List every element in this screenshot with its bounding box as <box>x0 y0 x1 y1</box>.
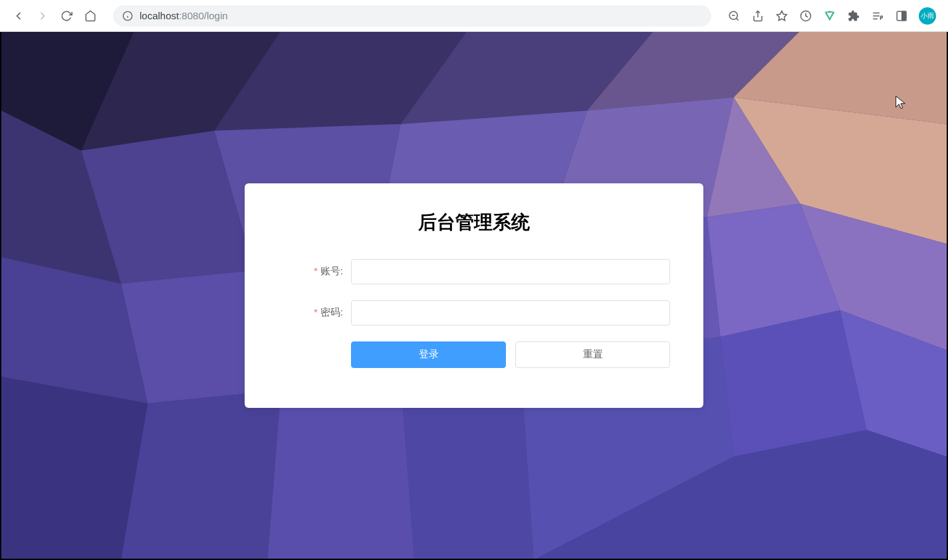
reload-button[interactable] <box>60 9 73 23</box>
site-info-icon[interactable] <box>122 11 133 21</box>
extensions-icon[interactable] <box>847 9 860 23</box>
bookmark-star-icon[interactable] <box>775 9 788 23</box>
zoom-out-icon[interactable] <box>727 9 741 23</box>
profile-avatar[interactable]: 小雨 <box>919 7 936 25</box>
url-path: /login <box>204 10 228 21</box>
vue-devtools-icon[interactable] <box>823 9 836 23</box>
login-card: 后台管理系统 *账号: *密码: 登录 重置 <box>245 183 703 408</box>
password-input[interactable] <box>351 300 670 326</box>
required-mark: * <box>314 306 318 318</box>
browser-toolbar: localhost:8080/login 小雨 <box>0 0 948 32</box>
avatar-label: 小雨 <box>921 11 934 21</box>
share-icon[interactable] <box>751 9 765 23</box>
address-bar[interactable]: localhost:8080/login <box>113 5 711 27</box>
url-host: localhost <box>140 10 179 21</box>
forward-button[interactable] <box>36 9 49 23</box>
button-row: 登录 重置 <box>278 341 670 368</box>
home-button[interactable] <box>84 9 97 23</box>
svg-marker-37 <box>1 377 148 559</box>
svg-line-4 <box>736 18 738 20</box>
url-port: :8080 <box>179 10 204 21</box>
url-text: localhost:8080/login <box>140 10 702 21</box>
required-mark: * <box>314 265 318 276</box>
panel-icon[interactable] <box>895 9 908 23</box>
playlist-icon[interactable] <box>871 9 884 23</box>
password-row: *密码: <box>278 300 670 326</box>
back-button[interactable] <box>12 9 25 23</box>
username-row: *账号: <box>278 259 670 284</box>
clock-icon[interactable] <box>799 9 812 23</box>
password-label: *密码: <box>278 306 351 319</box>
page-content: 后台管理系统 *账号: *密码: 登录 重置 <box>0 32 948 560</box>
login-button[interactable]: 登录 <box>351 341 506 368</box>
login-title: 后台管理系统 <box>278 210 670 235</box>
username-label: *账号: <box>278 265 351 278</box>
username-input[interactable] <box>351 259 670 284</box>
svg-marker-7 <box>777 11 787 20</box>
svg-rect-13 <box>902 11 906 21</box>
nav-buttons <box>7 9 102 23</box>
reset-button[interactable]: 重置 <box>515 341 670 368</box>
toolbar-right: 小雨 <box>722 7 941 25</box>
